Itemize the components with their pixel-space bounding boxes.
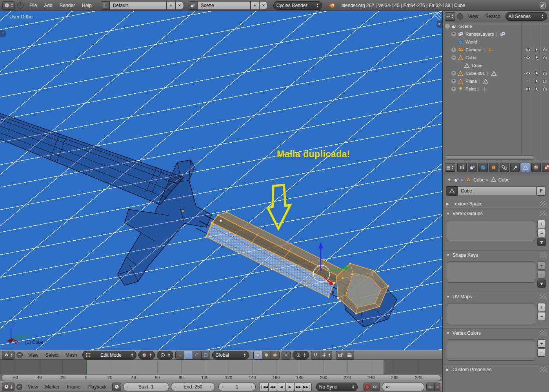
sync-mode-select[interactable]: No Sync▲▼ — [316, 383, 358, 391]
properties-tab-modifiers[interactable] — [510, 163, 520, 172]
outliner-row[interactable]: World — [443, 38, 549, 46]
mode-select[interactable]: Edit Mode▲▼ — [82, 351, 136, 359]
menu-view[interactable]: View — [28, 352, 38, 358]
scene-field[interactable]: Scene — [197, 1, 251, 10]
scale-manipulator-button[interactable] — [201, 351, 210, 359]
panel-header-shape-keys[interactable]: ▼Shape Keys — [443, 250, 549, 260]
next-keyframe-button[interactable]: ▶▶ — [294, 383, 303, 391]
vertex-select-mode-button[interactable] — [253, 351, 262, 359]
render-opengl-anim-button[interactable] — [345, 351, 354, 359]
properties-tab-constraints[interactable] — [500, 163, 509, 172]
menu-help[interactable]: Help — [82, 3, 92, 8]
properties-tab-scene[interactable] — [468, 163, 477, 172]
properties-tab-object-data[interactable] — [521, 163, 530, 172]
expander[interactable]: − — [451, 55, 456, 60]
panel-header-custom-properties[interactable]: ▶Custom Properties — [443, 365, 549, 374]
outliner-display-filter-select[interactable]: All Scenes▲▼ — [505, 12, 547, 21]
transform-orientation-select[interactable]: Global▲▼ — [212, 351, 249, 359]
menu-mesh[interactable]: Mesh — [65, 352, 77, 358]
limit-selection-visible-button[interactable] — [282, 351, 291, 359]
vertex-colors-list[interactable] — [447, 339, 535, 361]
timeline-ruler[interactable]: -60-40-200204060801001201401601802002202… — [0, 374, 442, 381]
play-button[interactable]: ▶ — [285, 383, 294, 391]
keying-set-field[interactable] — [382, 383, 424, 391]
menu-search[interactable]: Search — [485, 14, 500, 19]
add-vertex-group-button[interactable]: + — [537, 220, 546, 228]
shape-keys-list[interactable] — [447, 261, 535, 283]
3d-viewport[interactable]: User Ortho Malla duplicada! (1) Cube z y… — [0, 11, 443, 350]
frame-start-field[interactable]: ‹Start: 1› — [123, 383, 169, 391]
pivot-point-select[interactable]: ▲▼ — [157, 351, 173, 359]
expander[interactable]: + — [451, 71, 456, 76]
menu-add[interactable]: Add — [44, 3, 52, 8]
outliner-row[interactable]: + Plane | — [443, 77, 549, 85]
visibility-toggle[interactable] — [525, 55, 531, 60]
outliner-row[interactable]: − Cube — [443, 54, 549, 62]
delete-scene-button[interactable]: × — [259, 1, 268, 10]
editor-type-properties-button[interactable]: ▤▲▼ — [445, 163, 455, 172]
renderability-toggle[interactable] — [542, 78, 547, 84]
outliner-row[interactable]: + Point | — [443, 85, 549, 93]
menu-select[interactable]: Select — [45, 352, 58, 358]
delete-layout-button[interactable]: × — [175, 1, 184, 10]
outliner-row[interactable]: + Camera | — [443, 46, 549, 54]
editor-type-info-button[interactable]: ▲▼ — [2, 1, 15, 10]
uv-maps-list[interactable] — [447, 303, 535, 324]
manipulator-toggle-button[interactable] — [175, 351, 184, 359]
renderability-toggle[interactable] — [542, 47, 547, 53]
renderability-toggle[interactable] — [542, 55, 547, 60]
visibility-toggle[interactable] — [525, 78, 531, 84]
pin-icon[interactable] — [446, 177, 452, 183]
visibility-toggle[interactable] — [525, 86, 531, 92]
panel-header-uv-maps[interactable]: ▼UV Maps — [443, 292, 549, 301]
scene-icon[interactable] — [189, 1, 197, 10]
visibility-toggle[interactable] — [525, 47, 531, 53]
delete-keyframe-button[interactable]: × — [434, 383, 440, 391]
properties-tab-world[interactable] — [478, 163, 488, 172]
selectability-toggle[interactable] — [534, 47, 539, 53]
menu-marker[interactable]: Marker — [45, 384, 60, 390]
panel-header-texture-space[interactable]: ▶Texture Space — [443, 199, 549, 209]
properties-tab-render[interactable] — [457, 163, 467, 172]
outliner-row[interactable]: + Cube.001 | — [443, 69, 549, 77]
menu-render[interactable]: Render — [60, 3, 75, 8]
expander[interactable]: + — [451, 79, 456, 83]
add-scene-button[interactable]: + — [251, 1, 259, 10]
snap-toggle-button[interactable] — [311, 351, 320, 359]
collapse-menus-button[interactable]: − — [17, 2, 24, 9]
renderability-toggle[interactable] — [542, 86, 547, 92]
selectability-toggle[interactable] — [534, 55, 539, 60]
play-reverse-button[interactable]: ◀ — [277, 383, 286, 391]
viewport-shading-select[interactable]: ▲▼ — [138, 351, 155, 359]
add-layout-button[interactable]: + — [167, 1, 175, 10]
selectability-toggle[interactable] — [534, 78, 539, 84]
expander[interactable]: − — [445, 24, 450, 29]
properties-tab-object[interactable] — [489, 163, 498, 172]
outliner-row[interactable]: + RenderLayers | — [443, 30, 549, 38]
collapse-timeline-menus-button[interactable]: − — [16, 384, 22, 390]
screen-layout-icon[interactable] — [101, 1, 109, 10]
expander[interactable]: + — [451, 47, 456, 52]
corner-grip[interactable] — [432, 13, 441, 21]
face-select-mode-button[interactable] — [271, 351, 280, 359]
properties-tab-material[interactable] — [531, 163, 541, 172]
fake-user-button[interactable]: F — [537, 186, 546, 196]
current-frame-field[interactable]: ‹1› — [218, 383, 256, 391]
expander[interactable]: + — [451, 87, 456, 91]
render-engine-select[interactable]: Cycles Render▲▼ — [273, 1, 322, 10]
vertex-groups-list[interactable] — [447, 220, 535, 241]
jump-to-start-button[interactable]: ❘◀◀ — [260, 383, 269, 391]
visibility-toggle[interactable] — [525, 71, 531, 76]
jump-to-end-button[interactable]: ▶▶❘ — [303, 383, 312, 391]
timeline-scrollbar[interactable] — [1, 375, 441, 381]
rotate-manipulator-button[interactable] — [193, 351, 202, 359]
maximize-window-button[interactable] — [539, 2, 547, 9]
collapse-outliner-menus-button[interactable]: − — [457, 13, 463, 20]
expander[interactable]: + — [451, 32, 456, 36]
render-opengl-button[interactable] — [336, 351, 345, 359]
editor-type-3dview-button[interactable]: ▲▼ — [2, 351, 15, 359]
snap-element-select[interactable]: ▲▼ — [320, 351, 332, 359]
remove-vertex-group-button[interactable]: − — [537, 229, 546, 237]
outliner-row[interactable]: − Scene — [443, 22, 549, 30]
playback-range-lock-button[interactable] — [112, 383, 121, 391]
